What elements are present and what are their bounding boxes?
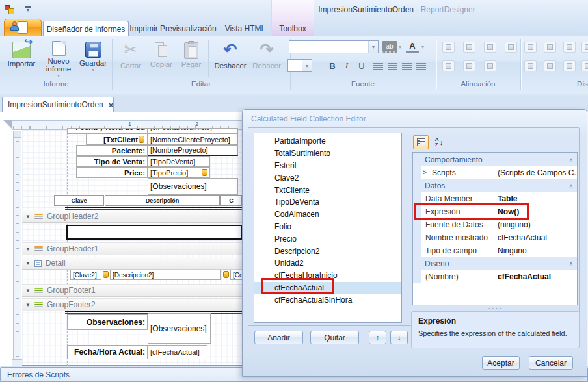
align-lefts-button[interactable] (442, 42, 455, 53)
quick-access-dropdown-icon[interactable]: ▾ (24, 7, 32, 13)
band-detail[interactable]: ▼ Detail (22, 257, 242, 270)
list-item[interactable]: PartidaImporte (254, 135, 401, 147)
guardar-button[interactable]: Guardar ▾ (77, 38, 109, 80)
move-up-button[interactable]: ↑ (369, 331, 386, 344)
align-right-button[interactable] (401, 62, 412, 71)
list-item[interactable]: CodAlmacen (254, 209, 401, 221)
band-groupfooter2[interactable]: ▼ GroupFooter2 (22, 298, 242, 311)
empty-field-box[interactable] (66, 225, 242, 240)
collapse-arrow-icon[interactable]: ▼ (25, 302, 31, 308)
alphabetical-sort-button[interactable]: AZ ↓ (431, 135, 447, 149)
calculated-fields-list[interactable]: PartidaImporte TotalSurtimiento Esteril … (254, 133, 402, 323)
property-row-nombre-mostrado[interactable]: Nombre mostrado cfFechaActual (413, 231, 577, 244)
tipo-de-venta-label[interactable]: Tipo de Venta: (76, 156, 148, 167)
property-row-nombre[interactable]: (Nombre) cfFechaActual (413, 270, 577, 283)
italic-button[interactable]: I (341, 59, 353, 72)
cancelar-button[interactable]: Cancelar (529, 356, 573, 370)
list-item[interactable]: cfFechaActualSinHora (254, 294, 401, 306)
price-label[interactable]: Price: (76, 167, 148, 178)
size-to-grid-button[interactable] (581, 42, 588, 53)
align-verticals-button[interactable] (463, 60, 475, 71)
expand-icon[interactable]: > (421, 169, 428, 176)
size-same-width-button[interactable] (524, 42, 537, 53)
quitar-button[interactable]: Quitar (310, 331, 359, 344)
list-item[interactable]: TxtCliente (254, 184, 401, 196)
align-left-button[interactable] (372, 62, 384, 71)
clipped-field-label[interactable]: Fecha y Hora de Su (67, 128, 148, 134)
table-header-clave[interactable]: Clave (54, 195, 104, 206)
category-diseno[interactable]: Diseño∧ (413, 257, 577, 270)
band-groupfooter1[interactable]: ▼ GroupFooter1 (22, 284, 242, 297)
size-same-height-button[interactable] (544, 42, 556, 53)
tab-disenador-de-informes[interactable]: Diseñador de informes (43, 21, 129, 36)
align-justify-button[interactable] (415, 62, 427, 71)
copiar-button[interactable]: Copiar (147, 38, 176, 80)
property-row-scripts[interactable]: > Scripts (Scripts de Campos C... (413, 166, 577, 179)
clipped-field-value[interactable]: [cfFechaHoraInicio] (148, 128, 238, 134)
bold-button[interactable]: B (327, 59, 338, 72)
cortar-button[interactable]: ✂ Cortar (116, 38, 146, 80)
collapse-arrow-icon[interactable]: ▼ (25, 246, 31, 252)
property-row-fuente-de-datos[interactable]: Fuente de Datos (ninguno) (413, 218, 577, 231)
spacing-equal-button[interactable] (524, 60, 537, 71)
spacing-decrease-button[interactable] (563, 60, 576, 71)
font-color-button[interactable]: A (406, 41, 419, 53)
list-item[interactable]: TotalSurtimiento (254, 147, 401, 160)
list-item[interactable]: Precio (254, 233, 401, 245)
table-header-descripcion[interactable]: Descripción (105, 195, 220, 206)
collapse-arrow-icon[interactable]: ▼ (25, 214, 31, 220)
tab-vista-html[interactable]: Vista HTML (222, 21, 268, 36)
collapse-arrow-icon[interactable]: ▼ (25, 261, 31, 266)
spacing-increase-button[interactable] (544, 60, 556, 71)
observaciones-footer-field[interactable]: [Observaciones] (148, 313, 211, 344)
align-bottoms-button[interactable] (484, 60, 496, 71)
tab-toolbox[interactable]: Toolbox (273, 21, 313, 36)
chevron-down-icon[interactable]: ▾ (421, 44, 424, 50)
collapse-arrow-icon[interactable]: ▼ (25, 288, 31, 294)
anadir-button[interactable]: Añadir (254, 331, 303, 344)
property-row-tipo-de-campo[interactable]: Tipo de campo Ninguno (413, 244, 577, 257)
nombre-cliente-proyecto-field[interactable]: [NombreClienteProyecto] (148, 134, 238, 145)
collapse-icon[interactable]: ∧ (568, 183, 577, 189)
close-icon[interactable]: × (109, 100, 114, 110)
tipo-de-venta-field[interactable]: [TipoDeVenta] (148, 156, 210, 167)
font-family-combo[interactable]: ▾ (289, 40, 379, 53)
size-same-both-button[interactable] (563, 42, 576, 53)
list-item[interactable]: Descripcion2 (254, 245, 401, 257)
align-rights-button[interactable] (505, 42, 517, 53)
tipo-precio-field[interactable]: [TipoPrecio] (148, 167, 210, 178)
category-datos[interactable]: Datos∧ (413, 179, 577, 192)
document-tab[interactable]: ImpresionSurtimientoOrden × (2, 97, 114, 112)
fecha-hora-actual-label[interactable]: Fecha/Hora Actual: (67, 345, 148, 359)
font-size-combo[interactable]: ▾ (287, 59, 312, 72)
clave2-field[interactable]: [Clave2] (70, 270, 101, 280)
categorized-view-button[interactable] (413, 135, 429, 149)
nombre-proyecto-field[interactable]: [NombreProyecto] (148, 145, 238, 156)
collapse-icon[interactable]: ∧ (568, 157, 577, 163)
list-item[interactable]: Esteril (254, 160, 401, 172)
tab-imprimir-previsualizacion[interactable]: Imprimir Previsualización (127, 21, 219, 36)
text-highlight-button[interactable]: ab (382, 41, 397, 53)
move-down-button[interactable]: ↓ (390, 331, 408, 344)
descripcion2-field[interactable]: [Descripcion2] (110, 270, 221, 280)
band-groupheader1[interactable]: ▼ GroupHeader1 (22, 242, 242, 255)
importar-button[interactable]: ↪ Importar (4, 38, 39, 80)
nuevo-informe-button[interactable]: Nuevo informe ▾ (40, 38, 77, 80)
spacing-remove-button[interactable] (581, 60, 588, 71)
pegar-button[interactable]: Pegar (177, 38, 206, 80)
list-item[interactable]: Folio (254, 221, 401, 233)
align-center-button[interactable] (386, 62, 398, 71)
rehacer-button[interactable]: ↷ Rehacer (250, 38, 284, 80)
list-item[interactable]: Clave2 (254, 172, 401, 184)
observaciones-field[interactable]: [Observaciones] (148, 178, 238, 195)
band-groupheader2[interactable]: ▼ GroupHeader2 (22, 210, 242, 223)
chevron-down-icon[interactable]: ▾ (399, 44, 401, 50)
table-header-clipped[interactable]: C (220, 195, 242, 206)
paciente-label[interactable]: Paciente: (76, 145, 148, 156)
underline-button[interactable]: U (355, 59, 368, 72)
clipped-detail-field[interactable]: [Cos (230, 270, 242, 280)
application-menu-button[interactable] (4, 19, 42, 36)
observaciones-footer-label[interactable]: Observaciones: (67, 314, 148, 330)
list-item[interactable]: Unidad2 (254, 257, 401, 270)
category-comportamiento[interactable]: Comportamiento∧ (413, 153, 577, 166)
